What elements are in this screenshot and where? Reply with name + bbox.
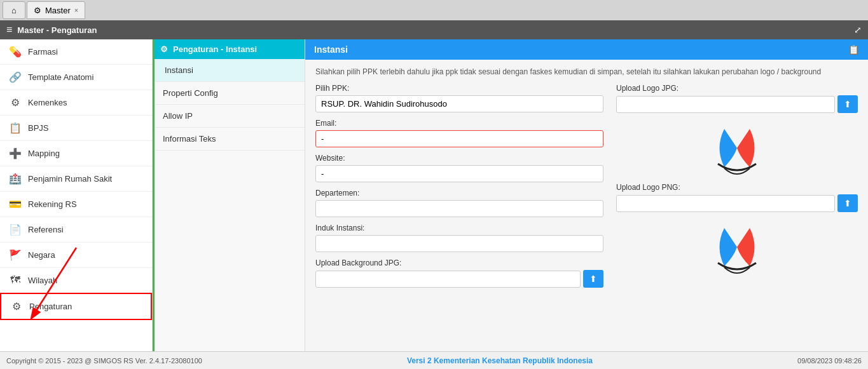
departemen-input[interactable] — [315, 200, 603, 217]
upload-logo-png-button[interactable]: ⬆ — [837, 194, 858, 212]
sidebar-label-mapping: Mapping — [28, 149, 60, 158]
submenu-panel: ⚙ Pengaturan - Instansi Instansi Propert… — [153, 39, 305, 351]
content-header: Instansi 📋 — [305, 39, 868, 60]
footer-center: Versi 2 Kementerian Kesehatan Republik I… — [407, 356, 593, 365]
footer-left: Copyright © 2015 - 2023 @ SIMGOS RS Ver.… — [6, 357, 202, 365]
sidebar-item-mapping[interactable]: ➕ Mapping — [0, 141, 152, 166]
tab-close-icon[interactable]: × — [74, 6, 78, 14]
master-tab[interactable]: ⚙ Master × — [27, 1, 85, 19]
sidebar-label-template-anatomi: Template Anatomi — [28, 72, 93, 82]
wilayah-icon: 🗺 — [9, 274, 22, 286]
left-col: Pilih PPK: Email: Website: — [315, 84, 603, 288]
submenu-header: ⚙ Pengaturan - Instansi — [153, 39, 305, 59]
submenu-item-informasi-teks[interactable]: Informasi Teks — [153, 128, 305, 151]
footer: Copyright © 2015 - 2023 @ SIMGOS RS Ver.… — [0, 351, 868, 369]
submenu-label-informasi-teks: Informasi Teks — [163, 134, 216, 144]
upload-background-input[interactable] — [315, 271, 581, 288]
upload-background-button[interactable]: ⬆ — [583, 270, 603, 288]
form-two-col: Pilih PPK: Email: Website: — [315, 84, 858, 288]
sidebar-item-rekening-rs[interactable]: 💳 Rekening RS — [0, 192, 152, 217]
sidebar-label-rekening: Rekening RS — [28, 199, 77, 209]
tab-label: Master — [45, 6, 71, 15]
pilih-ppk-group: Pilih PPK: — [315, 84, 603, 112]
sidebar-label-referensi: Referensi — [28, 225, 64, 234]
email-label: Email: — [315, 119, 603, 128]
submenu-item-properti-config[interactable]: Properti Config — [153, 82, 305, 105]
upload-logo-png-group: Upload Logo PNG: ⬆ — [616, 183, 858, 212]
sidebar-item-kemenkes[interactable]: ⚙ Kemenkes — [0, 90, 152, 116]
sidebar-label-wilayah: Wilayah — [28, 276, 57, 285]
sidebar-label-bpjs: BPJS — [28, 123, 49, 133]
info-text: Silahkan pilih PPK terlebih dahulu jika … — [315, 67, 858, 76]
sidebar-item-template-anatomi[interactable]: 🔗 Template Anatomi — [0, 65, 152, 90]
induk-instansi-label: Induk Instansi: — [315, 224, 603, 232]
template-anatomi-icon: 🔗 — [9, 71, 22, 83]
sidebar-item-farmasi[interactable]: 💊 Farmasi — [0, 39, 152, 65]
pengaturan-icon: ⚙ — [10, 300, 23, 312]
main-layout: 💊 Farmasi 🔗 Template Anatomi ⚙ Kemenkes … — [0, 39, 868, 351]
pilih-ppk-input[interactable] — [315, 95, 603, 112]
penjamin-icon: 🏥 — [9, 173, 22, 185]
sidebar-item-bpjs[interactable]: 📋 BPJS — [0, 116, 152, 141]
upload-logo-jpg-group: Upload Logo JPG: ⬆ — [616, 84, 858, 113]
upload-logo-jpg-button[interactable]: ⬆ — [837, 95, 858, 113]
content-area: Instansi 📋 Silahkan pilih PPK terlebih d… — [305, 39, 868, 351]
sidebar-label-farmasi: Farmasi — [28, 47, 58, 57]
upload-background-label: Upload Background JPG: — [315, 258, 603, 267]
submenu-label-instansi: Instansi — [165, 65, 193, 75]
rekening-icon: 💳 — [9, 198, 22, 210]
upload-logo-jpg-label: Upload Logo JPG: — [616, 84, 858, 93]
menu-bar: ≡ Master - Pengaturan ⤢ — [0, 20, 868, 39]
upload-background-row: ⬆ — [315, 270, 603, 288]
farmasi-icon: 💊 — [9, 46, 22, 58]
submenu-item-instansi[interactable]: Instansi — [153, 59, 305, 82]
departemen-label: Departemen: — [315, 189, 603, 198]
sidebar-item-negara[interactable]: 🚩 Negara — [0, 243, 152, 268]
sidebar-item-referensi[interactable]: 📄 Referensi — [0, 217, 152, 243]
expand-icon[interactable]: ⤢ — [854, 25, 862, 35]
logo-jpg-preview — [616, 119, 858, 177]
logo-png-preview — [616, 218, 858, 276]
right-col: Upload Logo JPG: ⬆ — [616, 84, 858, 288]
submenu-item-allow-ip[interactable]: Allow IP — [153, 105, 305, 128]
tab-bar: ⌂ ⚙ Master × — [0, 0, 868, 20]
email-group: Email: — [315, 119, 603, 147]
upload-logo-png-label: Upload Logo PNG: — [616, 183, 858, 192]
bpjs-icon: 📋 — [9, 122, 22, 134]
email-input[interactable] — [315, 130, 603, 147]
submenu-header-label: Pengaturan - Instansi — [173, 44, 257, 54]
home-button[interactable]: ⌂ — [3, 1, 25, 19]
pilih-ppk-label: Pilih PPK: — [315, 84, 603, 93]
website-input[interactable] — [315, 165, 603, 182]
upload-logo-jpg-row: ⬆ — [616, 95, 858, 113]
gear-icon: ⚙ — [34, 6, 41, 15]
sidebar-label-penjamin: Penjamin Rumah Sakit — [28, 174, 112, 184]
logo-jpg-svg — [712, 119, 762, 177]
content-title: Instansi — [314, 44, 348, 55]
referensi-icon: 📄 — [9, 224, 22, 236]
sidebar-label-kemenkes: Kemenkes — [28, 98, 67, 107]
submenu-label-properti-config: Properti Config — [163, 88, 218, 98]
website-group: Website: — [315, 154, 603, 182]
induk-instansi-group: Induk Instansi: — [315, 224, 603, 252]
upload-background-group: Upload Background JPG: ⬆ — [315, 258, 603, 288]
upload-logo-png-row: ⬆ — [616, 194, 858, 212]
submenu-label-allow-ip: Allow IP — [163, 111, 193, 121]
sidebar-label-negara: Negara — [28, 250, 55, 260]
sidebar-item-pengaturan[interactable]: ⚙ Pengaturan — [0, 293, 152, 320]
sidebar-item-penjamin-rumah-sakit[interactable]: 🏥 Penjamin Rumah Sakit — [0, 166, 152, 192]
negara-icon: 🚩 — [9, 249, 22, 261]
menu-title: Master - Pengaturan — [17, 25, 97, 35]
footer-right: 09/08/2023 09:48:26 — [797, 357, 862, 365]
sidebar: 💊 Farmasi 🔗 Template Anatomi ⚙ Kemenkes … — [0, 39, 153, 351]
content-header-icon: 📋 — [848, 44, 859, 55]
hamburger-icon[interactable]: ≡ — [6, 24, 12, 36]
sidebar-label-pengaturan: Pengaturan — [29, 302, 72, 311]
departemen-group: Departemen: — [315, 189, 603, 217]
sidebar-item-wilayah[interactable]: 🗺 Wilayah — [0, 268, 152, 293]
upload-logo-png-input[interactable] — [616, 195, 835, 212]
upload-logo-jpg-input[interactable] — [616, 96, 835, 113]
home-icon: ⌂ — [11, 6, 17, 15]
submenu-gear-icon: ⚙ — [160, 44, 168, 54]
induk-instansi-input[interactable] — [315, 235, 603, 252]
